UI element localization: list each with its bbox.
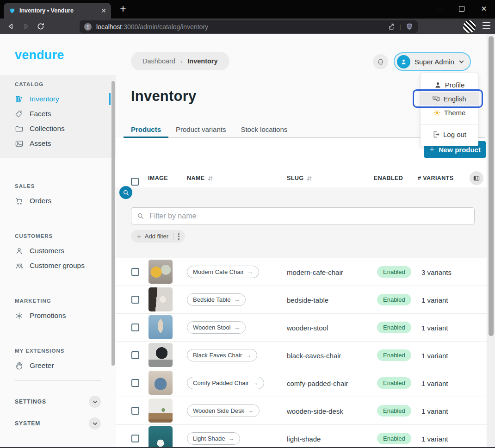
search-toggle-button[interactable] <box>119 186 132 199</box>
window-minimize-button[interactable]: — <box>428 0 451 18</box>
menu-item-label: Profile <box>445 81 465 89</box>
divider <box>173 233 173 240</box>
menu-item-language[interactable]: A English <box>421 92 478 106</box>
tab-product-variants[interactable]: Product variants <box>168 122 233 137</box>
select-all-checkbox[interactable] <box>131 178 139 186</box>
product-name-link[interactable]: Black Eaves Chair→ <box>187 349 257 361</box>
row-checkbox[interactable] <box>131 296 139 304</box>
breadcrumb-dashboard[interactable]: Dashboard <box>142 57 175 65</box>
product-name-link[interactable]: Light Shade→ <box>187 432 240 445</box>
menu-item-theme[interactable]: Theme <box>421 106 478 119</box>
user-menu-button[interactable]: Super Admin <box>394 52 471 71</box>
product-slug: light-shade <box>287 435 321 442</box>
tab-products[interactable]: Products <box>124 122 168 137</box>
product-thumbnail <box>148 398 173 423</box>
product-name: Bedside Table <box>193 296 230 303</box>
brave-shield-icon[interactable] <box>406 23 413 31</box>
add-filter-button[interactable]: + Add filter <box>131 230 185 243</box>
section-label: SALES <box>15 183 116 189</box>
sidebar-item-assets[interactable]: Assets <box>0 136 116 151</box>
row-checkbox[interactable] <box>131 435 139 442</box>
sidebar-group-settings[interactable]: SETTINGS <box>15 396 101 408</box>
browser-profile-avatar[interactable] <box>463 20 476 33</box>
browser-menu-icon[interactable] <box>483 22 490 29</box>
menu-item-profile[interactable]: Profile <box>421 78 478 92</box>
arrow-right-icon: → <box>228 435 234 442</box>
arrow-right-icon: → <box>252 380 258 386</box>
row-checkbox[interactable] <box>131 379 139 387</box>
vendure-logo[interactable]: vendure <box>15 48 64 62</box>
variant-count: 1 variant <box>421 379 448 387</box>
row-checkbox[interactable] <box>131 268 139 276</box>
product-name-link[interactable]: Wooden Stool→ <box>187 321 246 334</box>
sidebar-item-greeter[interactable]: Greeter <box>0 358 116 373</box>
product-name: Modern Cafe Chair <box>193 268 244 275</box>
product-name-link[interactable]: Bedside Table→ <box>187 293 246 306</box>
asterisk-icon <box>15 311 24 320</box>
row-checkbox[interactable] <box>131 351 139 359</box>
tab-close-icon[interactable]: ✕ <box>101 7 106 14</box>
filter-input[interactable] <box>148 212 469 221</box>
product-thumbnail <box>148 287 173 311</box>
chevron-down-icon[interactable] <box>89 396 101 408</box>
sort-icon[interactable] <box>207 175 213 181</box>
sidebar-scrollbar[interactable] <box>111 81 115 366</box>
window-maximize-button[interactable] <box>451 0 473 18</box>
menu-item-logout[interactable]: Log out <box>421 127 478 141</box>
browser-tab-title: Inventory • Vendure <box>19 7 97 14</box>
product-name-link[interactable]: Wooden Side Desk→ <box>187 404 260 417</box>
browser-scrollbar[interactable] <box>487 34 495 447</box>
back-icon[interactable] <box>6 21 17 32</box>
reload-icon[interactable] <box>35 21 46 32</box>
sidebar-item-promotions[interactable]: Promotions <box>0 308 116 323</box>
column-header-slug[interactable]: SLUG <box>287 169 312 187</box>
tag-icon <box>15 110 24 118</box>
sort-icon[interactable] <box>306 175 312 181</box>
status-badge: Enabled <box>377 405 411 417</box>
sidebar-section-marketing: MARKETING Promotions <box>0 298 116 323</box>
browser-tab[interactable]: Inventory • Vendure ✕ <box>4 3 111 19</box>
column-header-image[interactable]: IMAGE <box>148 169 168 187</box>
variant-count: 1 variant <box>421 435 448 442</box>
sidebar-item-customer-groups[interactable]: Customer groups <box>0 258 116 273</box>
column-header-name[interactable]: NAME <box>187 169 213 187</box>
sidebar-group-system[interactable]: SYSTEM <box>15 417 101 429</box>
scrollbar-thumb[interactable] <box>489 36 494 336</box>
breadcrumb-inventory[interactable]: Inventory <box>187 57 217 65</box>
notifications-button[interactable] <box>373 54 388 69</box>
svg-text:A: A <box>434 96 436 99</box>
sidebar-item-inventory[interactable]: Inventory <box>0 92 116 106</box>
main-content: Dashboard › Inventory Super Admin Profil… <box>116 34 487 447</box>
column-settings-button[interactable] <box>470 171 483 185</box>
table-row: Modern Cafe Chair→ modern-cafe-chair Ena… <box>116 258 487 286</box>
product-name-link[interactable]: Modern Cafe Chair→ <box>187 266 259 278</box>
row-checkbox[interactable] <box>131 324 139 331</box>
kebab-menu-icon[interactable] <box>177 231 180 242</box>
window-close-button[interactable]: ✕ <box>473 0 495 18</box>
url-bar[interactable]: ! localhost:3000/admin/catalog/inventory… <box>80 20 418 33</box>
new-tab-button[interactable]: + <box>117 3 130 15</box>
breadcrumb-separator: › <box>180 58 182 65</box>
browser-toolbar: ! localhost:3000/admin/catalog/inventory… <box>0 19 495 34</box>
breadcrumb: Dashboard › Inventory <box>131 52 229 70</box>
sidebar-item-collections[interactable]: Collections <box>0 121 116 136</box>
sidebar-item-label: Promotions <box>30 311 66 320</box>
chevron-down-icon[interactable] <box>89 417 101 429</box>
sidebar-item-orders[interactable]: Orders <box>0 193 116 208</box>
site-info-icon[interactable]: ! <box>84 23 92 31</box>
product-name-link[interactable]: Comfy Padded Chair→ <box>187 377 264 389</box>
cart-icon <box>15 197 24 205</box>
sidebar-item-facets[interactable]: Facets <box>0 106 116 121</box>
user-icon <box>15 247 24 255</box>
column-header-variants[interactable]: # VARIANTS <box>418 169 453 187</box>
forward-icon[interactable] <box>20 21 31 32</box>
tab-stock-locations[interactable]: Stock locations <box>233 122 295 137</box>
column-header-enabled[interactable]: ENABLED <box>374 169 403 187</box>
variant-count: 1 variant <box>421 351 448 359</box>
share-icon[interactable] <box>387 23 395 31</box>
sidebar-item-customers[interactable]: Customers <box>0 243 116 258</box>
arrow-right-icon: → <box>245 352 251 359</box>
row-checkbox[interactable] <box>131 407 139 415</box>
search-icon <box>137 212 144 220</box>
product-slug: comfy-padded-chair <box>287 379 348 387</box>
